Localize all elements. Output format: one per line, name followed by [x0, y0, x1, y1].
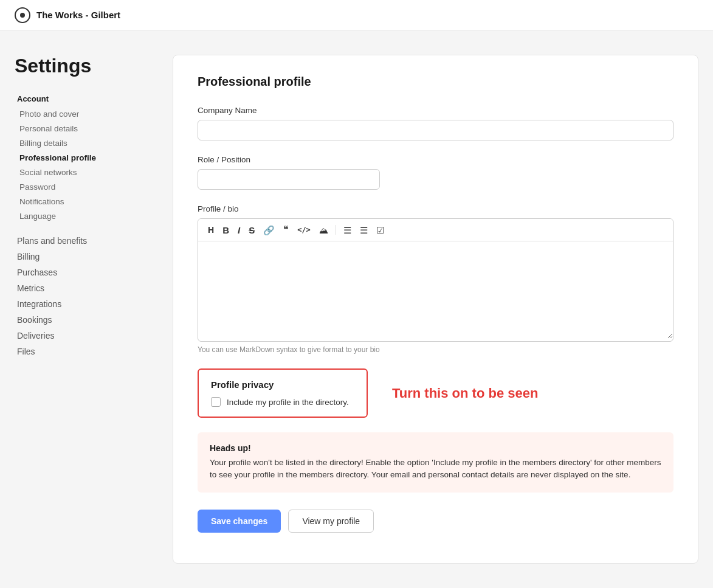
toolbar-checklist-button[interactable]: ☑ [374, 224, 387, 236]
sidebar-item-metrics[interactable]: Metrics [15, 280, 148, 296]
action-bar: Save changes View my profile [198, 510, 673, 533]
toolbar-bold-button[interactable]: B [220, 224, 232, 236]
toolbar-ul-button[interactable]: ☰ [341, 224, 354, 236]
top-links: Plans and benefitsBillingPurchasesMetric… [15, 233, 148, 359]
toolbar-code-button[interactable]: </> [295, 225, 313, 235]
app-logo [15, 7, 30, 23]
sidebar-item-files[interactable]: Files [15, 344, 148, 359]
sidebar-item-billing-details[interactable]: Billing details [15, 136, 148, 150]
sidebar-item-personal-details[interactable]: Personal details [15, 122, 148, 136]
sidebar-item-photo-cover[interactable]: Photo and cover [15, 107, 148, 121]
privacy-checkbox-row: Include my profile in the directory. [211, 397, 354, 407]
sidebar-item-integrations[interactable]: Integrations [15, 296, 148, 312]
role-group: Role / Position [198, 155, 673, 190]
privacy-title: Profile privacy [211, 379, 354, 390]
headsup-box: Heads up! Your profile won't be listed i… [198, 432, 673, 493]
app-title: The Works - Gilbert [36, 10, 120, 20]
sidebar-item-purchases[interactable]: Purchases [15, 265, 148, 280]
view-profile-button[interactable]: View my profile [288, 510, 374, 533]
sidebar-item-language[interactable]: Language [15, 209, 148, 223]
sidebar: Settings Account Photo and coverPersonal… [15, 55, 148, 564]
app-header: The Works - Gilbert [0, 0, 713, 30]
company-name-input[interactable] [198, 120, 673, 140]
main-layout: Settings Account Photo and coverPersonal… [0, 30, 713, 588]
toolbar-quote-button[interactable]: ❝ [281, 224, 291, 236]
bio-editor: HBIS🔗❝</>⛰☰☰☑ [198, 218, 673, 342]
company-name-group: Company Name [198, 106, 673, 140]
bio-label: Profile / bio [198, 204, 673, 213]
toolbar-italic-button[interactable]: I [235, 224, 243, 236]
privacy-box: Profile privacy Include my profile in th… [198, 368, 368, 418]
sidebar-item-bookings[interactable]: Bookings [15, 312, 148, 328]
account-section-label: Account [15, 94, 148, 103]
section-title: Professional profile [198, 75, 673, 89]
bio-hint: You can use MarkDown syntax to give form… [198, 345, 673, 354]
toolbar-link-button[interactable]: 🔗 [261, 224, 277, 236]
sidebar-item-deliveries[interactable]: Deliveries [15, 328, 148, 344]
toolbar-strikethrough-button[interactable]: S [246, 224, 257, 236]
role-input[interactable] [198, 169, 380, 190]
bio-textarea[interactable] [198, 241, 673, 339]
privacy-checkbox[interactable] [211, 397, 221, 407]
privacy-section: Profile privacy Include my profile in th… [198, 368, 673, 418]
sidebar-item-plans-benefits[interactable]: Plans and benefits [15, 233, 148, 249]
toolbar-heading-button[interactable]: H [205, 224, 216, 235]
sidebar-item-billing[interactable]: Billing [15, 249, 148, 265]
bio-toolbar: HBIS🔗❝</>⛰☰☰☑ [198, 219, 673, 241]
page-title: Settings [15, 55, 148, 77]
bio-group: Profile / bio HBIS🔗❝</>⛰☰☰☑ You can use … [198, 204, 673, 354]
toolbar-separator [336, 225, 336, 235]
save-button[interactable]: Save changes [198, 510, 281, 533]
toolbar-ol-button[interactable]: ☰ [357, 224, 370, 236]
sidebar-item-professional-profile[interactable]: Professional profile [15, 151, 148, 165]
role-label: Role / Position [198, 155, 673, 164]
company-name-label: Company Name [198, 106, 673, 115]
privacy-turn-on-hint: Turn this on to be seen [392, 386, 538, 401]
headsup-text: Your profile won't be listed in the dire… [210, 457, 661, 482]
headsup-title: Heads up! [210, 443, 661, 453]
account-nav: Photo and coverPersonal detailsBilling d… [15, 107, 148, 223]
settings-content: Professional profile Company Name Role /… [173, 55, 698, 564]
sidebar-item-notifications[interactable]: Notifications [15, 195, 148, 209]
sidebar-item-password[interactable]: Password [15, 180, 148, 194]
toolbar-image-button[interactable]: ⛰ [317, 224, 331, 236]
sidebar-item-social-networks[interactable]: Social networks [15, 165, 148, 179]
privacy-checkbox-label: Include my profile in the directory. [227, 398, 349, 407]
